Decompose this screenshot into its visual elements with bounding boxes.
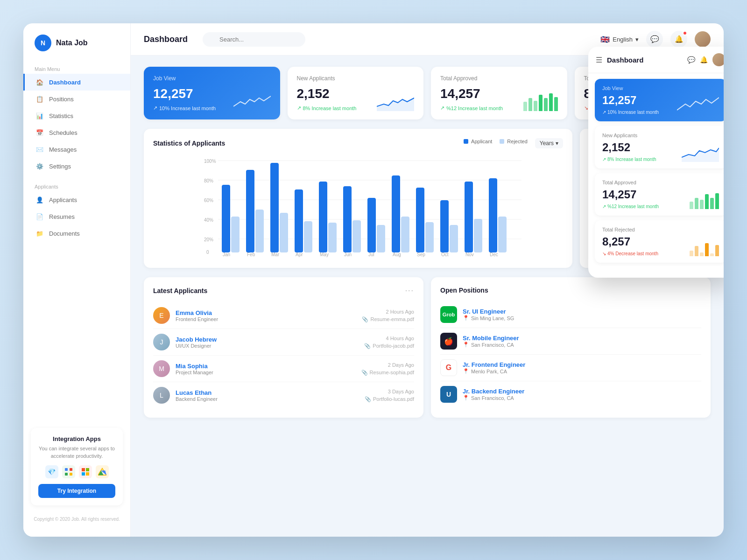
sidebar-item-dashboard[interactable]: 🏠 Dashboard bbox=[23, 74, 130, 91]
applicant-row: J Jacob Hebrew UI/UX Designer 4 Hours Ag… bbox=[153, 329, 414, 356]
mobile-job-view-chart bbox=[677, 94, 719, 115]
sidebar-item-applicants[interactable]: 👤 Applicants bbox=[23, 191, 130, 208]
sidebar: N Nata Job Main Menu 🏠 Dashboard 📋 Posit… bbox=[23, 23, 131, 537]
svg-text:80%: 80% bbox=[204, 178, 213, 183]
sidebar-item-schedules[interactable]: 📅 Schedules bbox=[23, 124, 130, 141]
applicant-meta: 2 Days Ago 📎 Resume-sophia.pdf bbox=[361, 362, 414, 376]
sidebar-item-resumes[interactable]: 📄 Resumes bbox=[23, 208, 130, 225]
sidebar-item-label: Settings bbox=[49, 163, 71, 170]
sidebar-item-label: Documents bbox=[49, 230, 80, 237]
applicant-file[interactable]: 📎 Portfolio-jacob.pdf bbox=[364, 343, 414, 349]
mobile-rejected-chart bbox=[690, 239, 719, 256]
position-location: 📍 Sin Ming Lane, SG bbox=[463, 315, 701, 321]
sidebar-item-label: Resumes bbox=[49, 213, 75, 220]
stat-change: ↗ %12 Increase last month bbox=[440, 105, 503, 111]
applicant-row: E Emma Olivia Frontend Engineer 2 Hours … bbox=[153, 302, 414, 329]
applicants-icon: 👤 bbox=[36, 196, 43, 203]
messages-button[interactable]: 💬 bbox=[646, 31, 663, 48]
sidebar-item-positions[interactable]: 📋 Positions bbox=[23, 91, 130, 107]
stat-label: New Applicants bbox=[297, 75, 415, 82]
svg-rect-29 bbox=[319, 182, 327, 252]
stat-label: Total Approved bbox=[440, 75, 558, 82]
svg-rect-3 bbox=[70, 473, 72, 476]
svg-text:Apr: Apr bbox=[296, 252, 303, 257]
mobile-stat-change: ↗ %12 Increase last month bbox=[602, 204, 659, 209]
sidebar-item-label: Applicants bbox=[49, 196, 77, 203]
sidebar-item-settings[interactable]: ⚙️ Settings bbox=[23, 158, 130, 175]
svg-text:100%: 100% bbox=[204, 159, 216, 164]
position-title[interactable]: Sr. Mobile Engineer bbox=[463, 335, 701, 342]
integration-title: Integration Apps bbox=[38, 435, 115, 442]
position-row: G Jr. Frontend Engineer 📍 Menlo Park, CA bbox=[440, 355, 701, 381]
logo-icon: N bbox=[35, 35, 51, 51]
svg-rect-44 bbox=[498, 217, 507, 252]
applicant-file[interactable]: 📎 Resume-sophia.pdf bbox=[361, 370, 414, 376]
position-row: Grob Sr. UI Engineer 📍 Sin Ming Lane, SG bbox=[440, 301, 701, 328]
user-avatar[interactable] bbox=[695, 31, 711, 47]
applicant-info: Lucas Ethan Backend Engineer bbox=[176, 389, 365, 402]
svg-text:Sep: Sep bbox=[417, 252, 425, 257]
chart-filter-button[interactable]: Years ▾ bbox=[535, 138, 563, 148]
mobile-preview: ☰ Dashboard 💬 🔔 Job View 12,257 ↗ 10% In… bbox=[588, 47, 724, 278]
avatar: L bbox=[153, 387, 170, 404]
svg-text:20%: 20% bbox=[204, 237, 213, 242]
page-title: Dashboard bbox=[144, 35, 188, 44]
svg-rect-0 bbox=[65, 468, 68, 471]
svg-text:Jan: Jan bbox=[223, 252, 230, 257]
sidebar-item-messages[interactable]: ✉️ Messages bbox=[23, 141, 130, 158]
position-title[interactable]: Sr. UI Engineer bbox=[463, 308, 701, 315]
position-info: Sr. Mobile Engineer 📍 San Francisco, CA bbox=[463, 335, 701, 348]
svg-rect-35 bbox=[392, 175, 400, 252]
mobile-menu-icon: ☰ bbox=[596, 56, 602, 64]
svg-rect-6 bbox=[82, 472, 85, 476]
sidebar-item-statistics[interactable]: 📊 Statistics bbox=[23, 107, 130, 124]
mobile-title: Dashboard bbox=[607, 56, 687, 64]
svg-text:Oct: Oct bbox=[441, 252, 449, 257]
applicant-file[interactable]: 📎 Resume-emma.pdf bbox=[362, 316, 414, 322]
svg-rect-5 bbox=[86, 468, 89, 471]
language-button[interactable]: 🇬🇧 English ▾ bbox=[600, 35, 639, 44]
main-menu-label: Main Menu bbox=[23, 63, 130, 74]
mobile-stat-new-applicants: New Applicants 2,152 ↗ 8% Increase last … bbox=[595, 126, 724, 168]
applicant-time: 3 Days Ago bbox=[365, 389, 414, 394]
legend-applicant: Applicant bbox=[464, 139, 492, 144]
notifications-button[interactable]: 🔔 bbox=[670, 31, 687, 48]
company-logo: U bbox=[440, 386, 457, 403]
search-input[interactable] bbox=[203, 32, 305, 47]
app-name: Nata Job bbox=[56, 39, 88, 47]
mobile-stat-label: Total Approved bbox=[602, 180, 719, 185]
mobile-applicants-chart bbox=[682, 143, 719, 162]
more-options-button[interactable]: ··· bbox=[405, 287, 414, 295]
applicant-name[interactable]: Lucas Ethan bbox=[176, 389, 365, 396]
applicant-name[interactable]: Emma Olivia bbox=[176, 309, 362, 316]
integration-icons: 💎 bbox=[38, 465, 115, 478]
try-integration-button[interactable]: Try Integration bbox=[38, 484, 115, 498]
applicant-role: UI/UX Designer bbox=[176, 343, 364, 349]
statistics-chart-card: Statistics of Applicants Applicant Rejec… bbox=[144, 129, 572, 268]
mobile-stat-label: Total Rejected bbox=[602, 227, 719, 232]
svg-text:Nov: Nov bbox=[465, 252, 474, 257]
applicant-row: L Lucas Ethan Backend Engineer 3 Days Ag… bbox=[153, 382, 414, 408]
open-positions-title: Open Positions bbox=[440, 287, 488, 294]
applicants-section-label: Applicants bbox=[23, 180, 130, 191]
mobile-stat-change: ↗ 10% Increase last month bbox=[602, 110, 659, 115]
svg-text:Aug: Aug bbox=[393, 252, 401, 257]
applicant-file[interactable]: 📎 Portfolio-lucas.pdf bbox=[365, 396, 414, 402]
applicant-name[interactable]: Jacob Hebrew bbox=[176, 336, 364, 343]
svg-rect-32 bbox=[352, 220, 361, 252]
mobile-stat-change: ↘ 4% Decrease last month bbox=[602, 251, 658, 256]
latest-applicants-card: Latest Applicants ··· E Emma Olivia Fron… bbox=[144, 277, 423, 418]
stat-card-total-approved: Total Approved 14,257 ↗ %12 Increase las… bbox=[431, 67, 567, 119]
position-title[interactable]: Jr. Frontend Engineer bbox=[463, 361, 701, 368]
svg-rect-22 bbox=[231, 217, 240, 252]
statistics-icon: 📊 bbox=[36, 112, 43, 119]
sidebar-item-documents[interactable]: 📁 Documents bbox=[23, 225, 130, 242]
notification-badge bbox=[683, 31, 687, 35]
position-title[interactable]: Jr. Backend Engineer bbox=[463, 388, 701, 395]
svg-rect-7 bbox=[86, 472, 89, 476]
applicant-time: 4 Hours Ago bbox=[364, 336, 414, 341]
mobile-stat-value: 8,257 bbox=[602, 235, 658, 248]
position-location: 📍 San Francisco, CA bbox=[463, 395, 701, 401]
company-logo: G bbox=[440, 359, 457, 376]
applicant-name[interactable]: Mia Sophia bbox=[176, 363, 361, 370]
